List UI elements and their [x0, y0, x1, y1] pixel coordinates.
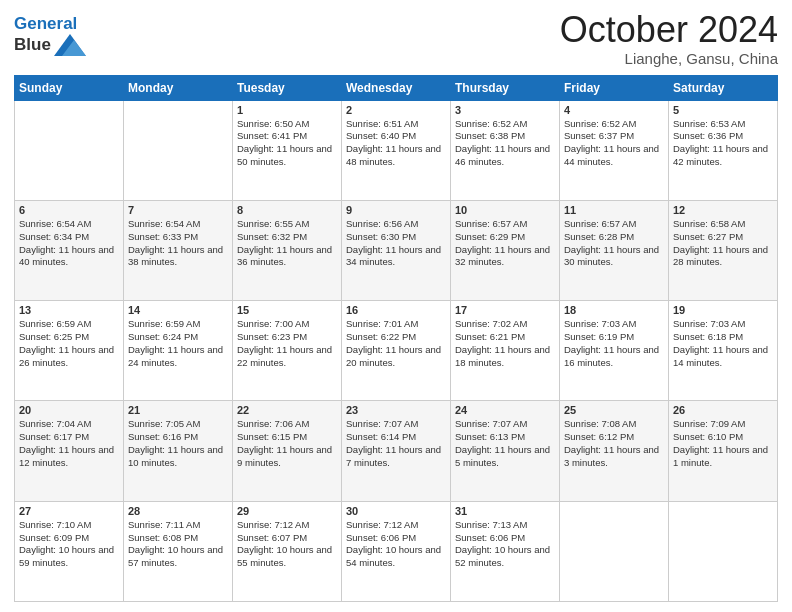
day-number: 20 [19, 404, 119, 416]
day-header-friday: Friday [560, 75, 669, 100]
calendar-cell: 4Sunrise: 6:52 AM Sunset: 6:37 PM Daylig… [560, 100, 669, 200]
calendar-cell: 11Sunrise: 6:57 AM Sunset: 6:28 PM Dayli… [560, 200, 669, 300]
day-header-wednesday: Wednesday [342, 75, 451, 100]
day-number: 19 [673, 304, 773, 316]
day-number: 27 [19, 505, 119, 517]
day-number: 28 [128, 505, 228, 517]
day-info: Sunrise: 6:55 AM Sunset: 6:32 PM Dayligh… [237, 218, 337, 269]
logo-blue: Blue [14, 35, 51, 55]
calendar-cell: 6Sunrise: 6:54 AM Sunset: 6:34 PM Daylig… [15, 200, 124, 300]
day-info: Sunrise: 6:58 AM Sunset: 6:27 PM Dayligh… [673, 218, 773, 269]
day-info: Sunrise: 7:13 AM Sunset: 6:06 PM Dayligh… [455, 519, 555, 570]
day-info: Sunrise: 6:51 AM Sunset: 6:40 PM Dayligh… [346, 118, 446, 169]
calendar-table: SundayMondayTuesdayWednesdayThursdayFrid… [14, 75, 778, 602]
calendar-cell: 26Sunrise: 7:09 AM Sunset: 6:10 PM Dayli… [669, 401, 778, 501]
calendar-cell: 2Sunrise: 6:51 AM Sunset: 6:40 PM Daylig… [342, 100, 451, 200]
calendar-cell: 27Sunrise: 7:10 AM Sunset: 6:09 PM Dayli… [15, 501, 124, 601]
day-info: Sunrise: 6:57 AM Sunset: 6:28 PM Dayligh… [564, 218, 664, 269]
calendar-cell: 24Sunrise: 7:07 AM Sunset: 6:13 PM Dayli… [451, 401, 560, 501]
day-header-tuesday: Tuesday [233, 75, 342, 100]
day-number: 15 [237, 304, 337, 316]
calendar-cell: 14Sunrise: 6:59 AM Sunset: 6:24 PM Dayli… [124, 301, 233, 401]
month-title: October 2024 [560, 10, 778, 50]
day-info: Sunrise: 7:09 AM Sunset: 6:10 PM Dayligh… [673, 418, 773, 469]
day-number: 22 [237, 404, 337, 416]
day-info: Sunrise: 7:02 AM Sunset: 6:21 PM Dayligh… [455, 318, 555, 369]
day-info: Sunrise: 6:54 AM Sunset: 6:33 PM Dayligh… [128, 218, 228, 269]
logo: General Blue [14, 14, 86, 56]
calendar-cell: 1Sunrise: 6:50 AM Sunset: 6:41 PM Daylig… [233, 100, 342, 200]
day-number: 30 [346, 505, 446, 517]
calendar-week-2: 6Sunrise: 6:54 AM Sunset: 6:34 PM Daylig… [15, 200, 778, 300]
calendar-cell: 15Sunrise: 7:00 AM Sunset: 6:23 PM Dayli… [233, 301, 342, 401]
day-info: Sunrise: 7:00 AM Sunset: 6:23 PM Dayligh… [237, 318, 337, 369]
day-header-monday: Monday [124, 75, 233, 100]
day-number: 2 [346, 104, 446, 116]
calendar-cell [15, 100, 124, 200]
day-number: 9 [346, 204, 446, 216]
calendar-cell: 7Sunrise: 6:54 AM Sunset: 6:33 PM Daylig… [124, 200, 233, 300]
calendar-cell: 25Sunrise: 7:08 AM Sunset: 6:12 PM Dayli… [560, 401, 669, 501]
day-info: Sunrise: 7:12 AM Sunset: 6:06 PM Dayligh… [346, 519, 446, 570]
day-number: 21 [128, 404, 228, 416]
calendar-cell: 29Sunrise: 7:12 AM Sunset: 6:07 PM Dayli… [233, 501, 342, 601]
day-info: Sunrise: 7:04 AM Sunset: 6:17 PM Dayligh… [19, 418, 119, 469]
calendar-week-5: 27Sunrise: 7:10 AM Sunset: 6:09 PM Dayli… [15, 501, 778, 601]
day-info: Sunrise: 7:03 AM Sunset: 6:19 PM Dayligh… [564, 318, 664, 369]
day-info: Sunrise: 7:01 AM Sunset: 6:22 PM Dayligh… [346, 318, 446, 369]
calendar-cell: 13Sunrise: 6:59 AM Sunset: 6:25 PM Dayli… [15, 301, 124, 401]
day-number: 1 [237, 104, 337, 116]
day-info: Sunrise: 7:03 AM Sunset: 6:18 PM Dayligh… [673, 318, 773, 369]
calendar-cell: 20Sunrise: 7:04 AM Sunset: 6:17 PM Dayli… [15, 401, 124, 501]
day-number: 8 [237, 204, 337, 216]
calendar-header-row: SundayMondayTuesdayWednesdayThursdayFrid… [15, 75, 778, 100]
day-info: Sunrise: 6:54 AM Sunset: 6:34 PM Dayligh… [19, 218, 119, 269]
calendar-cell: 31Sunrise: 7:13 AM Sunset: 6:06 PM Dayli… [451, 501, 560, 601]
title-block: October 2024 Lianghe, Gansu, China [560, 10, 778, 67]
calendar-cell [669, 501, 778, 601]
day-number: 23 [346, 404, 446, 416]
day-header-saturday: Saturday [669, 75, 778, 100]
calendar-cell [124, 100, 233, 200]
day-info: Sunrise: 7:10 AM Sunset: 6:09 PM Dayligh… [19, 519, 119, 570]
day-header-sunday: Sunday [15, 75, 124, 100]
calendar-cell: 23Sunrise: 7:07 AM Sunset: 6:14 PM Dayli… [342, 401, 451, 501]
day-info: Sunrise: 6:50 AM Sunset: 6:41 PM Dayligh… [237, 118, 337, 169]
day-number: 5 [673, 104, 773, 116]
calendar-cell: 22Sunrise: 7:06 AM Sunset: 6:15 PM Dayli… [233, 401, 342, 501]
day-info: Sunrise: 6:59 AM Sunset: 6:24 PM Dayligh… [128, 318, 228, 369]
calendar-cell: 21Sunrise: 7:05 AM Sunset: 6:16 PM Dayli… [124, 401, 233, 501]
day-number: 12 [673, 204, 773, 216]
day-info: Sunrise: 7:07 AM Sunset: 6:14 PM Dayligh… [346, 418, 446, 469]
calendar-week-4: 20Sunrise: 7:04 AM Sunset: 6:17 PM Dayli… [15, 401, 778, 501]
day-number: 26 [673, 404, 773, 416]
day-number: 13 [19, 304, 119, 316]
calendar-cell: 16Sunrise: 7:01 AM Sunset: 6:22 PM Dayli… [342, 301, 451, 401]
day-info: Sunrise: 7:07 AM Sunset: 6:13 PM Dayligh… [455, 418, 555, 469]
calendar-cell: 5Sunrise: 6:53 AM Sunset: 6:36 PM Daylig… [669, 100, 778, 200]
day-number: 14 [128, 304, 228, 316]
day-info: Sunrise: 7:11 AM Sunset: 6:08 PM Dayligh… [128, 519, 228, 570]
calendar-cell: 19Sunrise: 7:03 AM Sunset: 6:18 PM Dayli… [669, 301, 778, 401]
calendar-week-3: 13Sunrise: 6:59 AM Sunset: 6:25 PM Dayli… [15, 301, 778, 401]
day-number: 29 [237, 505, 337, 517]
calendar-cell: 28Sunrise: 7:11 AM Sunset: 6:08 PM Dayli… [124, 501, 233, 601]
header: General Blue October 2024 Lianghe, Gansu… [14, 10, 778, 67]
day-info: Sunrise: 6:57 AM Sunset: 6:29 PM Dayligh… [455, 218, 555, 269]
day-number: 25 [564, 404, 664, 416]
calendar-cell: 10Sunrise: 6:57 AM Sunset: 6:29 PM Dayli… [451, 200, 560, 300]
day-number: 24 [455, 404, 555, 416]
logo-general: General [14, 14, 77, 33]
day-number: 17 [455, 304, 555, 316]
day-number: 7 [128, 204, 228, 216]
day-number: 11 [564, 204, 664, 216]
day-number: 3 [455, 104, 555, 116]
day-info: Sunrise: 6:52 AM Sunset: 6:37 PM Dayligh… [564, 118, 664, 169]
calendar-cell: 8Sunrise: 6:55 AM Sunset: 6:32 PM Daylig… [233, 200, 342, 300]
day-number: 6 [19, 204, 119, 216]
calendar-cell: 18Sunrise: 7:03 AM Sunset: 6:19 PM Dayli… [560, 301, 669, 401]
day-number: 4 [564, 104, 664, 116]
day-number: 18 [564, 304, 664, 316]
location-title: Lianghe, Gansu, China [560, 50, 778, 67]
day-info: Sunrise: 7:12 AM Sunset: 6:07 PM Dayligh… [237, 519, 337, 570]
